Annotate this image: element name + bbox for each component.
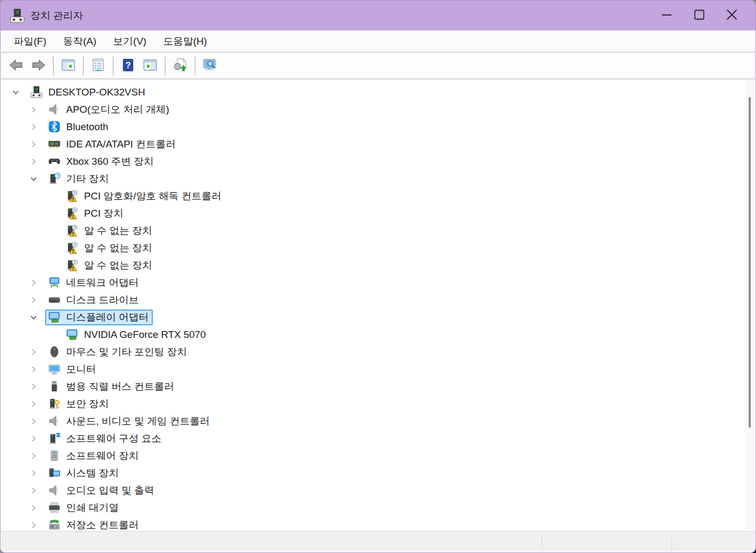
help-button[interactable]: ?: [117, 55, 139, 77]
display-adapter-icon: [66, 328, 79, 341]
title-bar: 장치 관리자: [1, 1, 755, 30]
statusbar-divider: [671, 534, 672, 550]
scrollbar-thumb[interactable]: [749, 97, 751, 428]
window-title: 장치 관리자: [30, 9, 83, 23]
chevron-right-icon[interactable]: [27, 118, 45, 135]
tree-item[interactable]: 소프트웨어 장치: [45, 448, 143, 464]
chevron-right-icon[interactable]: [27, 430, 45, 447]
chevron-down-icon[interactable]: [27, 309, 45, 326]
tree-item[interactable]: IDE ATA/ATAPI 컨트롤러: [45, 136, 180, 152]
forward-button[interactable]: [27, 55, 49, 77]
tree-item[interactable]: 오디오 입력 및 출력: [45, 483, 159, 498]
tree-row: 소프트웨어 장치: [1, 447, 755, 464]
speaker-icon: [48, 103, 61, 116]
tree-row: 디스플레이 어댑터: [1, 309, 755, 326]
menu-help[interactable]: 도움말(H): [155, 32, 215, 51]
chevron-right-icon[interactable]: [27, 464, 45, 482]
security-device-icon: [48, 397, 61, 410]
tree-item[interactable]: 인쇄 대기열: [45, 500, 123, 516]
action-pane-button[interactable]: [139, 55, 161, 77]
close-icon: [725, 8, 739, 23]
menu-bar: 파일(F)동작(A)보기(V)도움말(H): [1, 30, 755, 52]
chevron-right-icon[interactable]: [27, 378, 45, 395]
chevron-right-icon[interactable]: [27, 101, 45, 118]
tree-item[interactable]: NVIDIA GeForce RTX 5070: [63, 327, 210, 343]
console-tree-icon: [61, 58, 76, 74]
tree-item-label: 알 수 없는 장치: [84, 241, 152, 255]
usb-icon: [48, 380, 61, 393]
chevron-spacer: [45, 257, 63, 274]
minimize-button[interactable]: [650, 1, 683, 30]
tree-item[interactable]: ?알 수 없는 장치: [63, 240, 156, 256]
console-tree-button[interactable]: [57, 55, 79, 77]
tree-item[interactable]: 디스크 드라이브: [45, 292, 143, 308]
tree-item[interactable]: ?PCI 장치: [63, 206, 128, 221]
chevron-spacer: [45, 326, 63, 343]
chevron-right-icon[interactable]: [27, 360, 45, 378]
menu-view[interactable]: 보기(V): [105, 32, 155, 51]
tree-item[interactable]: ?PCI 암호화/암호 해독 컨트롤러: [63, 188, 226, 204]
menu-file[interactable]: 파일(F): [5, 32, 55, 51]
scan-hardware-button[interactable]: [169, 55, 191, 77]
scan-hardware-icon: [173, 58, 187, 74]
tree-item[interactable]: 보안 장치: [45, 396, 113, 412]
properties-button[interactable]: [87, 55, 109, 77]
menu-action[interactable]: 동작(A): [55, 32, 104, 51]
tree-item[interactable]: DESKTOP-OK32VSH: [27, 84, 149, 100]
chevron-right-icon[interactable]: [27, 274, 45, 291]
chevron-right-icon[interactable]: [27, 482, 45, 499]
chevron-right-icon[interactable]: [27, 135, 45, 153]
tree-item[interactable]: 디스플레이 어댑터: [45, 310, 153, 325]
close-button[interactable]: [716, 1, 748, 30]
network-adapter-icon: [48, 276, 61, 289]
toolbar-separator: [195, 57, 195, 76]
tree-item[interactable]: 범용 직렬 버스 컨트롤러: [45, 379, 178, 395]
bluetooth-icon: [48, 120, 61, 133]
device-tree-panel: DESKTOP-OK32VSHAPO(오디오 처리 개체)BluetoothID…: [1, 80, 755, 530]
tree-item[interactable]: ?알 수 없는 장치: [63, 258, 156, 273]
tree-item[interactable]: Bluetooth: [45, 119, 112, 135]
tree-item[interactable]: APO(오디오 처리 개체): [45, 102, 173, 118]
svg-text:?: ?: [74, 243, 76, 247]
tree-row: DESKTOP-OK32VSH: [1, 83, 755, 101]
tree-item-label: 기타 장치: [66, 172, 109, 186]
tree-item[interactable]: ?기타 장치: [45, 171, 113, 187]
tree-item[interactable]: 마우스 및 기타 포인팅 장치: [45, 344, 191, 360]
toolbar-separator: [53, 57, 54, 76]
svg-text:?: ?: [56, 173, 59, 178]
printer-icon: [48, 501, 61, 514]
tree-row: 인쇄 대기열: [1, 499, 755, 516]
help-icon: ?: [121, 58, 135, 74]
vertical-scrollbar[interactable]: [746, 80, 754, 530]
tree-item[interactable]: Xbox 360 주변 장치: [45, 154, 158, 169]
tree-item[interactable]: 소프트웨어 구성 요소: [45, 431, 166, 446]
tree-item-label: 소프트웨어 장치: [66, 449, 139, 463]
chevron-right-icon[interactable]: [27, 153, 45, 170]
computer-icon: [30, 86, 43, 99]
chevron-down-icon[interactable]: [27, 170, 45, 187]
tree-item[interactable]: ?알 수 없는 장치: [63, 223, 156, 239]
tree-item-label: 저장소 컨트롤러: [66, 518, 139, 531]
back-button[interactable]: [5, 55, 27, 77]
unknown-warning-icon: ?: [66, 224, 79, 237]
remote-computer-button[interactable]: [199, 55, 221, 77]
tree-item-label: 네트워크 어댑터: [66, 276, 139, 290]
chevron-right-icon[interactable]: [27, 291, 45, 309]
chevron-right-icon[interactable]: [27, 395, 45, 412]
chevron-right-icon[interactable]: [27, 447, 45, 464]
tree-row: Bluetooth: [1, 118, 755, 135]
maximize-button[interactable]: [683, 1, 716, 30]
chevron-right-icon[interactable]: [27, 412, 45, 430]
status-bar: [1, 531, 755, 552]
chevron-down-icon[interactable]: [9, 83, 27, 101]
chevron-right-icon[interactable]: [27, 499, 45, 516]
chevron-right-icon[interactable]: [27, 343, 45, 360]
tree-item[interactable]: 사운드, 비디오 및 게임 컨트롤러: [45, 413, 214, 429]
tree-item[interactable]: 저장소 컨트롤러: [45, 517, 143, 531]
arrow-right-icon: [31, 58, 46, 74]
chevron-right-icon[interactable]: [27, 516, 45, 530]
tree-row: NVIDIA GeForce RTX 5070: [1, 326, 755, 343]
tree-item[interactable]: 시스템 장치: [45, 465, 123, 481]
tree-item[interactable]: 네트워크 어댑터: [45, 275, 143, 291]
tree-item[interactable]: 모니터: [45, 361, 100, 377]
